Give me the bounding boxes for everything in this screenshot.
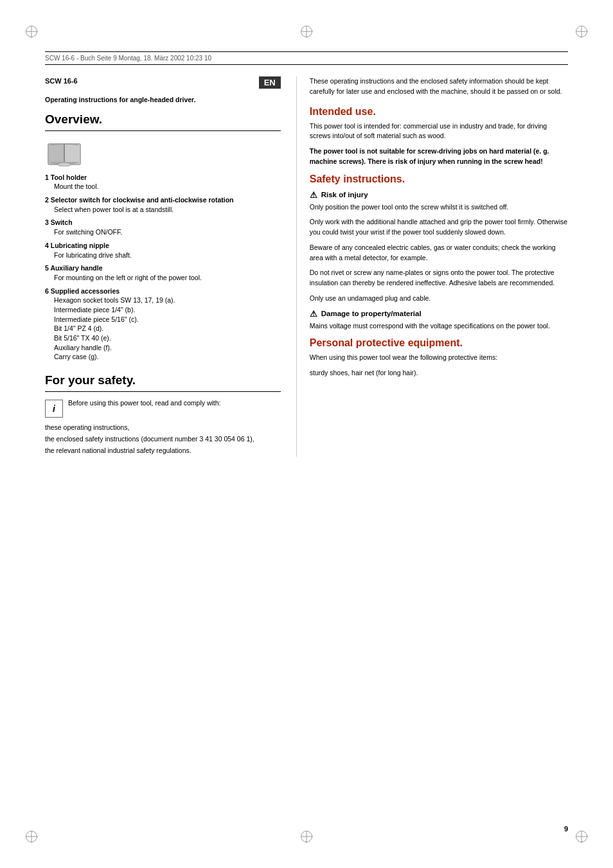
damage-to-property-text: Mains voltage must correspond with the v… [310,321,568,332]
info-box-text: Before using this power tool, read and c… [68,398,221,409]
intended-use-text: This power tool is intended for: commerc… [310,121,568,142]
svg-rect-2 [64,144,80,164]
page-number: 9 [564,825,568,833]
item-4-title: Lubricating nipple [51,242,109,249]
item-6-title: Supplied accessories [51,287,120,295]
item-3-desc: For switching ON/OFF. [54,227,281,237]
corner-mark-br [576,831,587,842]
right-intro-text: These operating instructions and the enc… [310,76,568,97]
personal-protective-items: sturdy shoes, hair net (for long hair). [310,368,568,378]
overview-divider [45,130,281,131]
list-item-2: 2 Selector switch for clockwise and anti… [45,195,281,214]
item-6-desc: Hexagon socket tools SW 13, 17, 19 (a). … [54,296,281,362]
header-bar: SCW 16-6 - Buch Seite 9 Montag, 18. März… [45,51,568,65]
safety-instructions-title: Safety instructions. [310,173,568,185]
content-area: SCW 16-6 EN Operating instructions for a… [45,65,568,457]
operating-instructions-label: Operating instructions for angle-headed … [45,95,281,105]
personal-protective-section: Personal protective equipment. When usin… [310,337,568,378]
damage-to-property-label: Damage to property/material [321,310,422,317]
risk-of-injury-label: Risk of injury [321,191,368,199]
risk-para-3: Beware of any concealed electric cables,… [310,243,568,263]
item-1-desc: Mount the tool. [54,182,281,191]
list-item-6: 6 Supplied accessories Hexagon socket to… [45,287,281,362]
item-3-title: Switch [51,218,73,226]
item-1-title: Tool holder [51,173,87,181]
safety-list: these operating instructions, the enclos… [45,423,281,456]
personal-protective-text: When using this power tool wear the foll… [310,353,568,363]
model-number: SCW 16-6 [45,77,78,85]
corner-mark-tr [576,26,587,37]
intended-use-title: Intended use. [310,106,568,118]
safety-list-item-3: the relevant national industrial safety … [45,446,281,456]
info-icon: i [45,400,63,418]
risk-para-4: Do not rivet or screw any name-plates or… [310,268,568,288]
list-item-5: 5 Auxiliary handle For mounting on the l… [45,263,281,282]
corner-mark-bm [301,831,312,842]
safety-list-item-2: the enclosed safety instructions (docume… [45,434,281,445]
item-2-desc: Select when power tool is at a standstil… [54,205,281,215]
item-5-title: Auxiliary handle [50,264,102,272]
overview-list: 1 Tool holder Mount the tool. 2 Selector… [45,173,281,362]
info-box: i Before using this power tool, read and… [45,398,281,418]
list-item-1: 1 Tool holder Mount the tool. [45,173,281,191]
corner-mark-bl [26,831,37,842]
intended-use-section: Intended use. This power tool is intende… [310,106,568,167]
left-column: SCW 16-6 EN Operating instructions for a… [45,76,296,457]
item-5-desc: For mounting on the left or right of the… [54,273,281,283]
warning-triangle-icon-2: ⚠ [310,309,317,319]
header-text: SCW 16-6 - Buch Seite 9 Montag, 18. März… [45,55,211,62]
warning-triangle-icon: ⚠ [310,190,317,200]
right-column: These operating instructions and the enc… [296,76,568,457]
risk-para-1: Only position the power tool onto the sc… [310,202,568,213]
for-your-safety-title: For your safety. [45,373,281,387]
safety-list-item-1: these operating instructions, [45,423,281,433]
intended-use-bold: The power tool is not suitable for screw… [310,146,568,167]
safety-divider [45,391,281,392]
book-icon [45,137,84,166]
list-item-3: 3 Switch For switching ON/OFF. [45,218,281,236]
risk-of-injury-header: ⚠ Risk of injury [310,190,568,200]
safety-instructions-section: Safety instructions. ⚠ Risk of injury On… [310,173,568,332]
damage-to-property-header: ⚠ Damage to property/material [310,309,568,319]
list-item-4: 4 Lubricating nipple For lubricating dri… [45,241,281,260]
model-row: SCW 16-6 EN [45,76,281,89]
risk-para-2: Only work with the additional handle att… [310,217,568,238]
for-your-safety-section: For your safety. i Before using this pow… [45,373,281,456]
page: SCW 16-6 - Buch Seite 9 Montag, 18. März… [0,0,613,868]
item-4-desc: For lubricating drive shaft. [54,251,281,260]
svg-point-4 [58,163,71,166]
overview-title: Overview. [45,112,281,127]
risk-para-5: Only use an undamaged plug and cable. [310,294,568,304]
item-2-title: Selector switch for clockwise and anti-c… [51,196,234,204]
language-badge: EN [259,76,281,89]
personal-protective-title: Personal protective equipment. [310,337,568,349]
svg-rect-1 [48,144,64,164]
corner-mark-tl [26,26,37,37]
corner-mark-tm [301,26,312,37]
